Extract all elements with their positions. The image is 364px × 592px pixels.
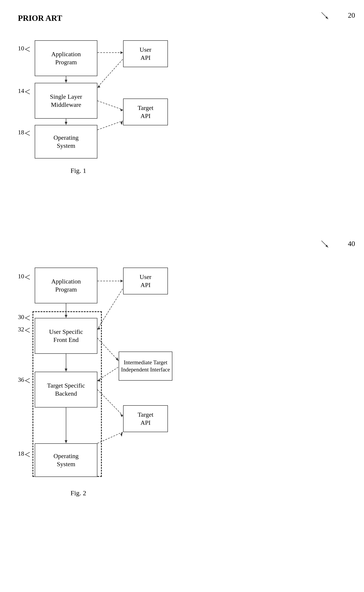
fig1-ref14: 14 (18, 87, 24, 94)
fig2-user-specific-box: User Specific Front End (35, 318, 98, 354)
fig2-ref36: 36 (18, 376, 24, 383)
fig2-intermediate-box: Intermediate Target Independent Interfac… (119, 351, 172, 381)
svg-marker-31 (120, 414, 123, 417)
fig1-ref10-bracket (24, 46, 31, 53)
fig2-user-api-box: User API (123, 267, 168, 294)
fig1-user-api-box: User API (123, 40, 168, 67)
svg-marker-27 (116, 357, 119, 361)
fig1-ref10: 10 (18, 45, 24, 52)
fig2-ref36-bracket (24, 377, 31, 384)
fig2-app-program-box: Application Program (35, 267, 98, 303)
svg-marker-13 (120, 120, 123, 125)
fig2-ref30-bracket (24, 315, 31, 321)
svg-marker-9 (98, 85, 100, 88)
fig1-app-program-box: Application Program (35, 40, 98, 76)
fig2-ref18-bracket (24, 451, 31, 458)
fig1-ref14-bracket (24, 88, 31, 95)
fig1-caption: Fig. 1 (45, 167, 112, 174)
fig2-target-api-box: Target API (123, 405, 168, 432)
fig1-middleware-box: Single Layer Middleware (35, 83, 98, 119)
fig1-os-box: Operating System (35, 125, 98, 158)
fig2-target-specific-box: Target Specific Backend (35, 372, 98, 408)
fig2-ref32-bracket (24, 327, 31, 334)
svg-marker-7 (120, 51, 123, 54)
fig2-ref10-bracket (24, 274, 31, 280)
fig2-caption: Fig. 2 (45, 489, 112, 497)
svg-marker-5 (65, 122, 67, 125)
fig2-ref32: 32 (18, 326, 24, 333)
svg-line-8 (98, 59, 123, 87)
fig1-ref18: 18 (18, 129, 24, 136)
svg-line-10 (98, 101, 123, 110)
page: PRIOR ART 20 10 Application Program 12 U… (0, 0, 364, 592)
svg-marker-3 (65, 80, 67, 83)
fig1-ref18-bracket (24, 130, 31, 137)
ref40-label: 40 (348, 240, 355, 248)
fig2-os-box: Operating System (35, 443, 98, 477)
prior-art-label: PRIOR ART (18, 13, 62, 23)
svg-line-12 (98, 121, 123, 130)
fig1-target-api-box: Target API (123, 98, 168, 125)
fig2-ref10: 10 (18, 273, 24, 280)
fig2-ref30: 30 (18, 313, 24, 321)
svg-marker-23 (120, 280, 123, 282)
fig2-ref40: 40 (334, 241, 342, 249)
ref20-label: 20 (348, 11, 355, 19)
svg-marker-11 (120, 109, 123, 111)
svg-marker-33 (120, 432, 123, 437)
fig1-ref20: 20 (334, 12, 342, 21)
fig2-ref18: 18 (18, 450, 24, 457)
